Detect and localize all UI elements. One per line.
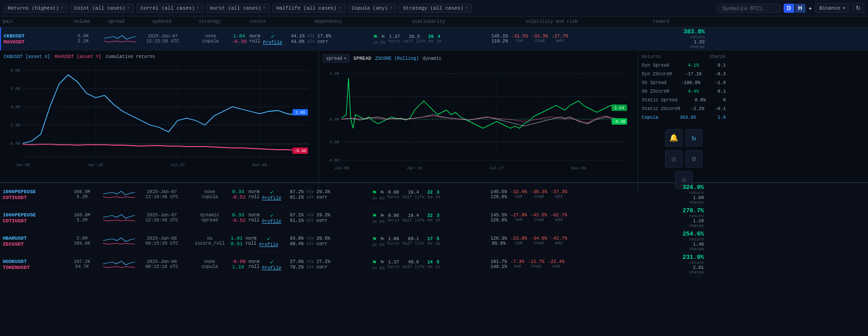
stationarity-cell: ⚑ Jn ⚑ EG 1.37 hurst 40.6 half life 14 (369, 257, 488, 272)
strategy-cell: none copula (192, 33, 229, 45)
bell-button[interactable]: 🔔 (665, 129, 682, 147)
var-label: VaR (511, 194, 527, 199)
strategy-a: dynamic (194, 213, 225, 218)
filter-copula[interactable]: Copula (any) ▾ (348, 4, 397, 13)
side-row-label: Dyn Spread (642, 63, 669, 68)
pair-name-a: HBARUSDT (3, 236, 61, 241)
dep-pct-1: 87.2% (290, 213, 304, 218)
active-pair-row[interactable]: CKBUSDT MAVUSDT 5.4M 2.1M 2025-Jan-07 12… (0, 27, 868, 51)
side-row-sharpe: 0.1 (718, 89, 726, 94)
vol-b: 2.1M (67, 39, 98, 44)
search-input[interactable] (717, 4, 781, 13)
roll-a: roll (249, 39, 260, 44)
chevron-down-icon: ▾ (196, 5, 199, 10)
mdd-val: -62.7% (551, 213, 567, 218)
dep-type: corr (316, 242, 327, 247)
profile-link[interactable]: Profile (262, 266, 281, 271)
side-panel-row: Static ZScoreR -2.2% -0.1 (642, 105, 726, 112)
copula-sharpe: 1.9 (718, 115, 726, 120)
var-label: VaR (511, 218, 527, 222)
filter-strategy[interactable]: Strategy (all cases) ▾ (399, 4, 471, 13)
dep-pct-1: 27.9% (290, 259, 304, 264)
date-b: 12:10:48 UTC (135, 194, 189, 200)
refresh-side-button[interactable]: ↻ (685, 129, 703, 147)
side-row-label: Static ZScoreR (642, 106, 680, 111)
date-b: 12:10:48 UTC (135, 218, 189, 223)
filter-coint-label: Coint (all cases) (74, 5, 125, 11)
dep-pct-2: 61.1% (290, 195, 304, 200)
reward-cell: 231.9% return 2.01 sharpe (615, 253, 707, 276)
vol-a: 5.4M (67, 34, 98, 39)
profile-link[interactable]: Profile (259, 242, 278, 247)
return-val: 324.9% (682, 184, 704, 191)
chart-legend: CKBUSDT [asset X] MAVUSDT [asset Y] cumu… (4, 54, 315, 59)
eye-off-button[interactable]: ◎ (665, 150, 682, 168)
chart-settings-button[interactable]: ⚙ (685, 150, 703, 168)
zscore-cell: -0.08 1.15 norm roll ✓ Profile (228, 257, 287, 272)
hurst-label: hurst (388, 39, 401, 44)
date-a: 2025-Jan-07 (135, 213, 189, 218)
profile-link[interactable]: Profile (262, 196, 281, 201)
chevron-down-icon: ▾ (127, 5, 129, 10)
h-button[interactable]: H (795, 4, 806, 13)
chevron-down-icon: ▾ (465, 5, 467, 10)
flag-eg: ⚑ EG (381, 33, 386, 45)
side-row-label: OU Spread (642, 80, 666, 85)
copula-label: Copula (642, 115, 658, 120)
mode-tag[interactable]: dynamic (423, 56, 442, 61)
svg-text:Apr-18: Apr-18 (88, 163, 103, 168)
oo-val: 14 (427, 260, 433, 265)
norm-a: norm (248, 259, 259, 264)
cvar-val: -12.7% (528, 259, 544, 264)
updated-cell: 2025-Jan-07 12:10:48 UTC (132, 212, 191, 224)
check-icon: ✓ (270, 258, 274, 266)
strategy-b: zscore_roll (194, 241, 225, 246)
side-panel-row: Dyn ZScoreR -17.1% -0.3 (642, 71, 726, 78)
zscore-a: -0.08 (231, 259, 246, 264)
vol-a: 366.9M (67, 213, 98, 218)
halflife-label: half life (403, 242, 425, 246)
dep-label-2: ylx (307, 39, 315, 44)
exchange-select[interactable]: Binance ▾ (815, 3, 849, 13)
vol2: 126.6% (491, 218, 507, 223)
sharpe-val: 1.40 (693, 242, 704, 247)
filter-correl[interactable]: Correl (all cases) ▾ (136, 4, 203, 13)
vol-a: 2.6M (67, 236, 98, 241)
sharpe-val: 1.92 (694, 40, 705, 45)
svg-text:Jan-09: Jan-09 (15, 163, 30, 168)
side-row-returns: -100.0% (681, 80, 700, 85)
oo-label: 0σ (427, 195, 433, 200)
d-button[interactable]: D (784, 4, 794, 13)
halflife-label: half life (403, 195, 425, 200)
filter-hurst[interactable]: Hurst (all cases) ▾ (206, 4, 270, 13)
return-val: 383.8% (683, 28, 705, 35)
filter-coint[interactable]: Coint (all cases) ▾ (70, 4, 134, 13)
th-spread: spread (100, 18, 132, 25)
norm-a: norm (249, 34, 260, 39)
refresh-button[interactable]: ↻ (852, 3, 864, 13)
profile-link[interactable]: Profile (263, 40, 282, 45)
pair-name-b: ZECUSDT (3, 242, 61, 247)
filter-halflife[interactable]: Halflife (all cases) ▾ (272, 4, 345, 13)
var-label: VaR (512, 39, 528, 43)
sharpe-val: 1.29 (693, 219, 704, 224)
brand-icon: ✦ (808, 4, 813, 13)
hurst-val: 1.08 (388, 236, 400, 242)
vol1: 126.3% (491, 236, 507, 241)
svg-text:-4.00: -4.00 (327, 158, 339, 163)
reward-cell: 254.6% return 1.40 sharpe (615, 230, 707, 252)
spread-dropdown[interactable]: spread ▾ (323, 54, 350, 63)
strategy-cell: dynamic spread (191, 212, 228, 224)
hurst-val: 1.37 (388, 260, 400, 265)
flag-jn: ⚑ Jn (373, 33, 378, 45)
date-a: 2025-Jan-07 (136, 34, 190, 39)
filter-returns[interactable]: Returns (highest) ▾ (4, 4, 67, 13)
profile-link[interactable]: Profile (262, 219, 281, 224)
table-row[interactable]: HBARUSDT ZECUSDT 2.6M 269.9K 2025-Jan-06… (0, 230, 868, 253)
table-row[interactable]: HOOKUSDT TOKENUSDT 107.2K 54.7K 2025-Jan… (0, 253, 868, 276)
table-row[interactable]: 1000PEPEUSE COTIUSDT 366.9M 5.2M 2025-Ja… (0, 206, 868, 230)
zscore-tag[interactable]: ZSCORE (Rolling) (375, 56, 419, 61)
dep-pct-2: 61.1% (290, 218, 304, 223)
date-b: 12:15:56 UTC (136, 39, 190, 44)
halflife-val: 89.1 (403, 236, 425, 242)
